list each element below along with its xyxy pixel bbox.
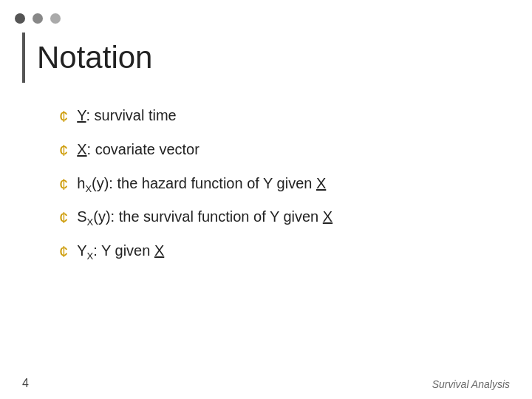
y-letter: Y	[77, 107, 86, 123]
sub-x-h: X	[85, 183, 92, 194]
top-bar	[0, 0, 532, 33]
slide: Notation ¢ Y: survival time ¢ X: covaria…	[0, 0, 532, 399]
bullet-text-4: SX(y): the survival function of Y given …	[77, 206, 332, 229]
bullet-icon-3: ¢	[59, 174, 68, 197]
bullet-text-3: hX(y): the hazard function of Y given X	[77, 173, 326, 196]
list-item: ¢ YX: Y given X	[59, 240, 488, 264]
footer: 4 Survival Analysis	[0, 371, 532, 399]
dot-3	[50, 13, 61, 24]
x-underline-3: X	[316, 175, 326, 191]
bullet-icon-5: ¢	[59, 241, 68, 264]
bullet-icon-4: ¢	[59, 207, 68, 230]
footer-text: Survival Analysis	[432, 378, 510, 390]
slide-title: Notation	[25, 39, 152, 76]
list-item: ¢ SX(y): the survival function of Y give…	[59, 206, 488, 230]
dot-2	[33, 13, 43, 24]
x-underline-4: X	[323, 208, 332, 225]
header-row: Notation	[0, 33, 532, 83]
page-number: 4	[22, 377, 29, 390]
sub-x-y: X	[87, 250, 94, 262]
bullet-text-2: X: covariate vector	[77, 139, 200, 160]
sub-x-s: X	[87, 216, 94, 228]
bullet-text-5: YX: Y given X	[77, 240, 164, 263]
list-item: ¢ Y: survival time	[59, 105, 488, 129]
bullet-icon-2: ¢	[59, 140, 68, 163]
bullet-list: ¢ Y: survival time ¢ X: covariate vector…	[59, 105, 488, 264]
x-letter: X	[77, 141, 86, 157]
dot-1	[15, 13, 25, 24]
list-item: ¢ hX(y): the hazard function of Y given …	[59, 173, 488, 197]
list-item: ¢ X: covariate vector	[59, 139, 488, 163]
x-underline-5: X	[154, 242, 164, 259]
content-area: ¢ Y: survival time ¢ X: covariate vector…	[0, 83, 532, 371]
bullet-icon-1: ¢	[59, 106, 68, 129]
bullet-text-1: Y: survival time	[77, 105, 177, 126]
